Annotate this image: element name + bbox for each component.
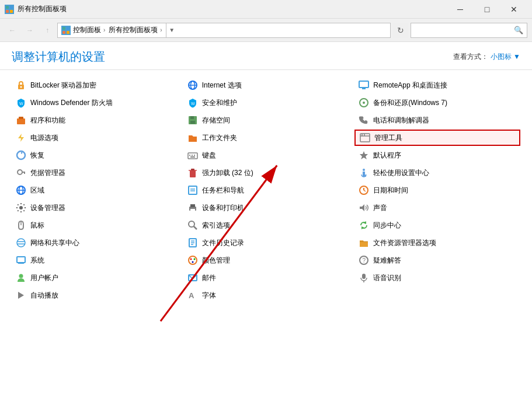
title-bar-controls: ─ □ ✕ xyxy=(447,0,527,19)
control-item[interactable]: 强力卸载 (32 位) xyxy=(183,165,349,181)
control-item[interactable]: 电话和调制解调器 xyxy=(354,112,520,128)
control-item[interactable]: 同步中心 xyxy=(354,217,520,233)
control-item[interactable]: 设备管理器 xyxy=(12,200,178,216)
search-input[interactable] xyxy=(415,26,514,34)
item-icon xyxy=(187,79,199,91)
forward-button[interactable]: → xyxy=(22,23,37,38)
item-label: 强力卸载 (32 位) xyxy=(202,168,253,178)
control-item[interactable]: 键盘 xyxy=(183,147,349,163)
svg-marker-81 xyxy=(18,292,24,299)
control-item[interactable]: BitLocker 驱动器加密 xyxy=(12,77,178,93)
control-item[interactable]: 凭据管理器 xyxy=(12,165,178,181)
item-label: 声音 xyxy=(373,203,387,213)
up-button[interactable]: ↑ xyxy=(40,23,55,38)
control-item[interactable]: 文件资源管理器选项 xyxy=(354,235,520,251)
control-item[interactable]: 文件历史记录 xyxy=(183,235,349,251)
svg-rect-2 xyxy=(6,10,9,13)
control-item[interactable]: 设备和打印机 xyxy=(183,200,349,216)
breadcrumb-part1: 控制面板 xyxy=(73,25,101,35)
control-item[interactable]: 默认程序 xyxy=(354,147,520,163)
control-item[interactable]: 轻松使用设置中心 xyxy=(354,165,520,181)
item-icon xyxy=(187,237,199,249)
control-item[interactable]: RemoteApp 和桌面连接 xyxy=(354,77,520,93)
control-item[interactable]: 邮件 xyxy=(183,270,349,286)
item-label: 安全和维护 xyxy=(202,98,237,108)
item-label: 程序和功能 xyxy=(30,116,65,125)
svg-rect-34 xyxy=(190,156,195,158)
item-icon xyxy=(187,114,199,126)
maximize-button[interactable]: □ xyxy=(474,0,500,19)
page-title: 调整计算机的设置 xyxy=(12,49,105,65)
control-item[interactable]: 语音识别 xyxy=(354,270,520,286)
back-button[interactable]: ← xyxy=(5,23,20,38)
control-item[interactable]: WWindows Defender 防火墙 xyxy=(12,95,178,111)
item-label: 管理工具 xyxy=(374,133,402,143)
svg-rect-14 xyxy=(362,88,366,89)
control-item[interactable]: 程序和功能 xyxy=(12,112,178,128)
item-label: 文件历史记录 xyxy=(202,238,244,248)
address-bar[interactable]: 控制面板 › 所有控制面板项 › ▼ xyxy=(57,23,391,38)
content-header: 调整计算机的设置 查看方式： 小图标 ▼ xyxy=(0,42,532,70)
svg-text:W: W xyxy=(191,102,195,106)
title-bar: 所有控制面板项 ─ □ ✕ xyxy=(0,0,532,19)
item-icon: ? xyxy=(358,254,370,266)
control-item[interactable]: 索引选项 xyxy=(183,217,349,233)
address-dropdown-button[interactable]: ▼ xyxy=(166,23,178,38)
control-item[interactable]: 管理工具 xyxy=(354,130,520,146)
control-item[interactable]: 声音 xyxy=(354,200,520,216)
svg-rect-20 xyxy=(19,117,23,119)
item-icon xyxy=(187,167,199,179)
svg-rect-30 xyxy=(188,153,197,159)
item-icon xyxy=(15,79,27,91)
item-icon xyxy=(187,132,199,144)
control-item[interactable]: 区域 xyxy=(12,182,178,198)
item-icon xyxy=(15,272,27,284)
item-label: 电话和调制解调器 xyxy=(373,116,429,125)
view-mode-link[interactable]: 小图标 ▼ xyxy=(491,52,520,62)
item-label: 同步中心 xyxy=(373,221,401,231)
control-item[interactable]: 颜色管理 xyxy=(183,252,349,268)
control-item[interactable]: ?疑难解答 xyxy=(354,252,520,268)
control-item[interactable]: W安全和维护 xyxy=(183,95,349,111)
address-segment-2: 所有控制面板项 › xyxy=(109,25,163,35)
control-item[interactable]: 存储空间 xyxy=(183,112,349,128)
svg-rect-0 xyxy=(6,6,9,9)
control-item[interactable]: 日期和时间 xyxy=(354,182,520,198)
control-item[interactable]: 任务栏和导航 xyxy=(183,182,349,198)
item-label: 备份和还原(Windows 7) xyxy=(373,98,447,108)
item-label: 设备管理器 xyxy=(30,203,65,213)
item-icon xyxy=(15,202,27,214)
item-label: 邮件 xyxy=(202,273,216,283)
control-item[interactable]: 系统 xyxy=(12,252,178,268)
control-item[interactable]: 鼠标 xyxy=(12,217,178,233)
control-item[interactable]: 自动播放 xyxy=(12,287,178,303)
item-label: 鼠标 xyxy=(30,221,44,231)
control-item[interactable]: 恢复 xyxy=(12,147,178,163)
item-label: 用户帐户 xyxy=(30,273,58,283)
item-label: 自动播放 xyxy=(30,291,58,301)
breadcrumb-part2: 所有控制面板项 xyxy=(109,25,158,35)
item-icon xyxy=(15,132,27,144)
control-item[interactable]: 备份和还原(Windows 7) xyxy=(354,95,520,111)
control-item[interactable]: Internet 选项 xyxy=(183,77,349,93)
item-label: 日期和时间 xyxy=(373,186,408,195)
svg-text:?: ? xyxy=(363,257,366,264)
control-item[interactable]: A字体 xyxy=(183,287,349,303)
close-button[interactable]: ✕ xyxy=(500,0,527,19)
refresh-button[interactable]: ↻ xyxy=(393,23,408,38)
control-item[interactable]: 用户帐户 xyxy=(12,270,178,286)
svg-rect-39 xyxy=(190,170,196,177)
item-label: 设备和打印机 xyxy=(202,203,244,213)
svg-point-72 xyxy=(190,259,192,260)
svg-line-51 xyxy=(364,190,366,191)
nav-bar: ← → ↑ 控制面板 › 所有控制面板项 › ▼ ↻ 🔍 xyxy=(0,19,532,42)
control-item[interactable]: 工作文件夹 xyxy=(183,130,349,146)
control-item[interactable]: 电源选项 xyxy=(12,130,178,146)
item-label: 文件资源管理器选项 xyxy=(373,238,436,248)
search-bar[interactable]: 🔍 xyxy=(411,23,527,38)
minimize-button[interactable]: ─ xyxy=(447,0,474,19)
svg-marker-35 xyxy=(360,151,368,159)
item-icon xyxy=(358,272,370,284)
svg-rect-38 xyxy=(24,173,25,174)
control-item[interactable]: 网络和共享中心 xyxy=(12,235,178,251)
